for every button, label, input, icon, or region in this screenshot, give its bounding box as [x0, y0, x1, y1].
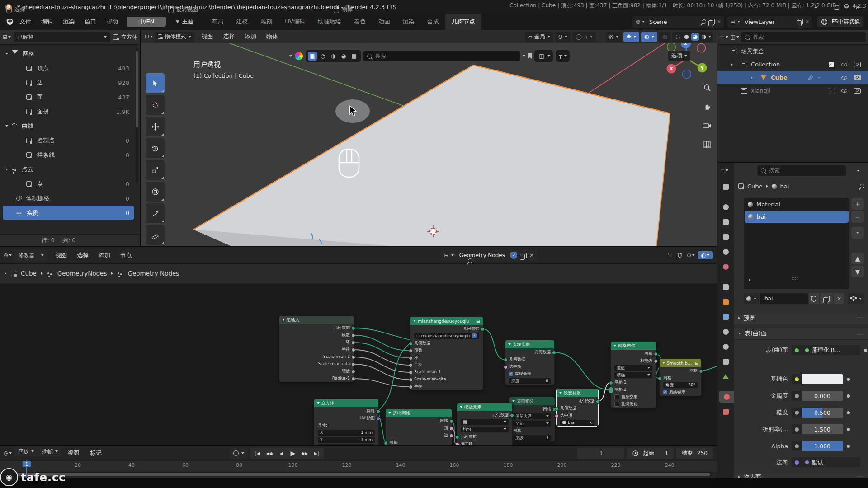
node-cube[interactable]: 立方体网格UV 贴图尺寸:X1 mmY1 mmZ1 mm: [314, 399, 379, 445]
socket-out-UV 贴图[interactable]: [376, 417, 380, 421]
tab-合成[interactable]: 合成: [421, 14, 445, 30]
auto-keying-toggle[interactable]: [230, 448, 248, 459]
socket-decorator[interactable]: [792, 391, 802, 401]
animate-dot-icon[interactable]: [847, 428, 850, 431]
tab-动画[interactable]: 动画: [372, 14, 396, 30]
tool-search-input[interactable]: 搜索: [363, 51, 520, 61]
shading-wireframe-button[interactable]: ◌: [674, 33, 682, 41]
socket-out-网格[interactable]: [699, 369, 703, 373]
material-slot-bai[interactable]: bai: [745, 211, 849, 223]
chevron-down-icon[interactable]: [5, 125, 8, 127]
slot-move-up-button[interactable]: ▲: [851, 253, 864, 264]
shading-solid-button[interactable]: ●: [683, 33, 690, 41]
material-name-field[interactable]: bai: [760, 293, 808, 304]
lang-switch-button[interactable]: F5中英切换: [817, 16, 863, 27]
ortho-grid-button[interactable]: [701, 139, 713, 150]
item-label[interactable]: 场景集合: [741, 47, 764, 56]
node-value-X[interactable]: X1 mm: [318, 430, 375, 436]
socket-in-Scale-mian-qita[interactable]: [409, 378, 413, 382]
collapse-icon[interactable]: [282, 319, 285, 321]
snap-magnet-toggle[interactable]: Ω: [676, 251, 684, 259]
tool-move-button[interactable]: [146, 117, 165, 136]
tool-transform-button[interactable]: [146, 182, 165, 202]
node-value-深度[interactable]: 深度0: [509, 378, 551, 384]
eye-icon[interactable]: [841, 61, 847, 67]
tool-annotate-button[interactable]: [146, 203, 165, 223]
socket-in-网格[interactable]: [658, 376, 662, 380]
xray-toggle[interactable]: ▥: [659, 32, 670, 42]
socket-in-段数[interactable]: [409, 349, 413, 353]
node-dropdown-面[interactable]: 面: [461, 419, 509, 425]
spreadsheet-row-点云[interactable]: 点云: [3, 163, 134, 176]
node-tree-name[interactable]: Geometry Nodes: [457, 252, 508, 258]
mode-set-button[interactable]: ▣: [308, 52, 317, 61]
timeline-menu-视图[interactable]: 视图: [62, 446, 84, 460]
node-header[interactable]: 立方体: [314, 399, 378, 407]
node-dropdown-差值[interactable]: 差值: [614, 365, 652, 371]
remove-icon[interactable]: ×: [805, 19, 809, 24]
tab-纹理喷绘[interactable]: 纹理喷绘: [311, 14, 348, 30]
checkbox-icon[interactable]: [829, 88, 835, 94]
property-menu-法向[interactable]: 默认: [802, 457, 860, 467]
snap-target-dropdown[interactable]: ⊙: [687, 251, 695, 259]
nodetree-dropdown[interactable]: [848, 293, 864, 304]
section-表(曲)面[interactable]: 表(曲)面∷∷: [734, 327, 868, 340]
properties-tab-collection[interactable]: [719, 281, 732, 293]
menu-帮助[interactable]: 帮助: [101, 14, 123, 29]
mode-a-button[interactable]: ◔: [318, 52, 327, 61]
socket-in-网格 2[interactable]: [609, 387, 613, 394]
node-dropdown-保留边界[interactable]: 保留边界: [513, 413, 551, 419]
breadcrumb-expand-icon[interactable]: [5, 272, 6, 275]
node-value-层级[interactable]: 层级1: [513, 435, 551, 441]
socket-in-几何数据[interactable]: [455, 435, 459, 439]
mode-d-button[interactable]: ▦: [349, 52, 359, 61]
color-swatch[interactable]: [802, 374, 843, 384]
spreadsheet-row-控制点[interactable]: 控制点0: [3, 134, 134, 147]
transport-prev-keyframe-button[interactable]: ◀◆: [264, 448, 275, 458]
node-group-input[interactable]: 组输入几何数据段数环半径Scale-mian-1Scale-mian-qita缩…: [279, 315, 354, 382]
node-header[interactable]: 挤出网格: [386, 409, 452, 417]
properties-tab-world[interactable]: [719, 261, 732, 272]
tab-UV编辑[interactable]: UV编辑: [278, 14, 311, 30]
viewlayer-name[interactable]: ViewLayer: [742, 19, 795, 25]
camera-icon[interactable]: [854, 75, 861, 80]
tool-scale-button[interactable]: [146, 160, 165, 180]
pin-icon[interactable]: [859, 183, 865, 189]
node-header[interactable]: 缩放元素: [457, 403, 512, 411]
grip-icon[interactable]: ∷∷: [857, 331, 863, 336]
socket-decorator[interactable]: [792, 457, 802, 467]
socket-in-几何数据[interactable]: [555, 407, 559, 411]
socket-in-半径[interactable]: [409, 385, 413, 389]
item-label[interactable]: xiangji: [751, 87, 770, 94]
socket-out-Scale-mian-1[interactable]: [351, 355, 355, 359]
node-header[interactable]: Smooth by Angle⊟: [660, 359, 701, 367]
transport-next-keyframe-button[interactable]: ◆▶: [299, 448, 310, 458]
tab-着色[interactable]: 着色: [348, 14, 372, 30]
mode-b-button[interactable]: ◑: [329, 52, 338, 61]
search-options-dropdown[interactable]: [523, 55, 525, 57]
pin-icon[interactable]: [701, 19, 707, 25]
socket-out-环[interactable]: [351, 341, 355, 345]
frame-end-field[interactable]: 结束250: [676, 448, 713, 459]
item-label[interactable]: Collection: [751, 61, 780, 68]
socket-in-选中项[interactable]: [455, 442, 459, 446]
node-checkbox-忽略锐度[interactable]: ✓: [663, 390, 667, 394]
camera-view-button[interactable]: [701, 120, 713, 131]
socket-out-几何数据[interactable]: [552, 351, 556, 355]
parent-tree-button[interactable]: ↰: [665, 251, 673, 259]
menu-编辑[interactable]: 编辑: [36, 14, 58, 29]
breadcrumb-Cube[interactable]: Cube: [21, 270, 37, 277]
socket-out-段数[interactable]: [351, 333, 355, 338]
snap-toggle[interactable]: Ω: [555, 32, 571, 42]
property-value-Alpha[interactable]: 1.000: [802, 441, 843, 451]
add-slot-button[interactable]: +: [851, 198, 864, 210]
current-frame-field[interactable]: 1: [577, 448, 624, 459]
node-mesh-boolean[interactable]: 网格布尔网格相交边差值精确网格 1网格 2自身交集孔洞优化: [610, 341, 656, 408]
viewport-menu-添加[interactable]: 添加: [240, 30, 261, 43]
socket-decorator[interactable]: [792, 441, 802, 451]
slot-specials-dropdown[interactable]: [851, 227, 864, 239]
transport-step-back-button[interactable]: ◀: [276, 448, 287, 458]
viewport-menu-物体[interactable]: 物体: [261, 30, 283, 43]
socket-decorator[interactable]: [792, 408, 802, 418]
blender-menu-icon[interactable]: [5, 17, 14, 26]
